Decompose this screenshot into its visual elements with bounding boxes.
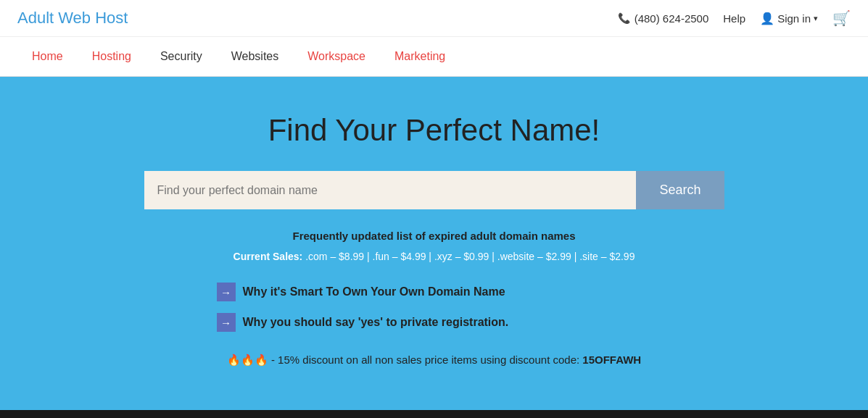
- chevron-down-icon: ▾: [814, 14, 818, 23]
- main-nav: Home Hosting Security Websites Workspace…: [0, 37, 868, 77]
- discount-bar: 🔥🔥🔥 - 15% discount on all non sales pric…: [15, 354, 853, 367]
- arrow-right-icon-2: →: [217, 313, 236, 332]
- help-link[interactable]: Help: [723, 12, 745, 25]
- phone-number: (480) 624-2500: [635, 12, 709, 25]
- signin-link[interactable]: 👤 Sign in ▾: [760, 12, 818, 25]
- info-link-text-1: Why it's Smart To Own Your Own Domain Na…: [243, 285, 505, 298]
- phone-link[interactable]: 📞 (480) 624-2500: [618, 12, 709, 25]
- top-right-nav: 📞 (480) 624-2500 Help 👤 Sign in ▾ 🛒: [618, 9, 851, 27]
- nav-item-websites[interactable]: Websites: [217, 37, 294, 76]
- hero-section: Find Your Perfect Name! Search Frequentl…: [0, 77, 868, 410]
- hero-title: Find Your Perfect Name!: [15, 113, 853, 148]
- sales-items: .com – $8.99 | .fun – $4.99 | .xyz – $0.…: [305, 251, 635, 262]
- domain-search-input[interactable]: [144, 171, 637, 209]
- nav-item-marketing[interactable]: Marketing: [380, 37, 460, 76]
- nav-item-workspace[interactable]: Workspace: [293, 37, 380, 76]
- info-link-text-2: Why you should say 'yes' to private regi…: [243, 316, 509, 329]
- user-icon: 👤: [760, 12, 774, 25]
- sales-label: Current Sales:: [233, 251, 303, 262]
- cart-icon[interactable]: 🛒: [832, 9, 851, 27]
- current-sales-text: Current Sales: .com – $8.99 | .fun – $4.…: [15, 251, 853, 262]
- top-bar: Adult Web Host 📞 (480) 624-2500 Help 👤 S…: [0, 0, 868, 37]
- nav-item-home[interactable]: Home: [17, 37, 78, 76]
- discount-code: 15OFFAWH: [582, 354, 641, 366]
- signin-label: Sign in: [777, 12, 811, 25]
- nav-item-hosting[interactable]: Hosting: [78, 37, 146, 76]
- discount-prefix: - 15% discount on all non sales price it…: [271, 354, 579, 366]
- phone-icon: 📞: [618, 12, 630, 24]
- expired-domain-text: Frequently updated list of expired adult…: [15, 230, 853, 242]
- search-bar: Search: [144, 171, 724, 209]
- nav-item-security[interactable]: Security: [146, 37, 217, 76]
- site-logo[interactable]: Adult Web Host: [17, 9, 128, 28]
- fire-emojis: 🔥🔥🔥: [227, 354, 268, 366]
- arrow-right-icon-1: →: [217, 283, 236, 301]
- footer-dark-bar: [0, 410, 868, 418]
- info-link-1[interactable]: → Why it's Smart To Own Your Own Domain …: [217, 283, 652, 301]
- search-button[interactable]: Search: [636, 171, 724, 209]
- info-link-2[interactable]: → Why you should say 'yes' to private re…: [217, 313, 652, 332]
